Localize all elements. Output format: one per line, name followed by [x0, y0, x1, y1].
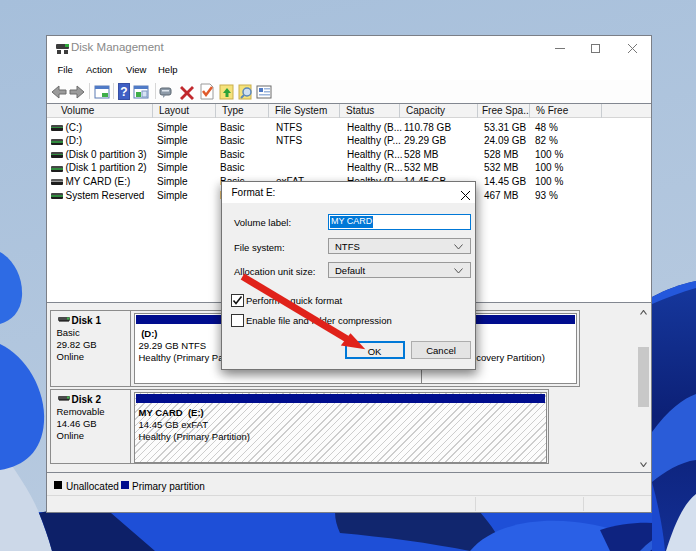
svg-text:?: ? — [120, 85, 127, 99]
